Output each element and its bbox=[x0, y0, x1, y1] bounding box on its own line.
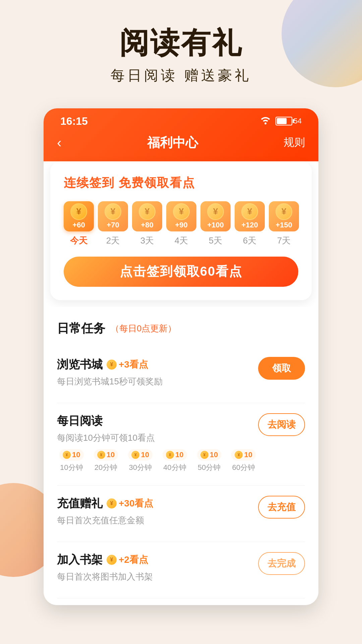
coin-icon-6: ¥ bbox=[241, 203, 258, 220]
tasks-section: 日常任务 （每日0点更新） 浏览书城 ¥ +3看点 每日浏览书城15秒可领奖励 … bbox=[44, 307, 318, 605]
progress-coin-text-0: 10 bbox=[72, 450, 80, 459]
task-desc-2: 每日首次充值任意金额 bbox=[57, 515, 258, 526]
task-row-2: 充值赠礼 ¥ +30看点 每日首次充值任意金额 去充值 bbox=[57, 496, 305, 532]
wifi-icon bbox=[259, 116, 272, 127]
task-name-2: 充值赠礼 bbox=[57, 496, 103, 511]
tasks-list: 浏览书城 ¥ +3看点 每日浏览书城15秒可领奖励 领取 每日阅读 每阅读10分… bbox=[57, 347, 305, 598]
task-name-row-0: 浏览书城 ¥ +3看点 bbox=[57, 357, 258, 372]
progress-time-0: 10分钟 bbox=[60, 463, 83, 473]
progress-coin-icon-0: ¥ bbox=[63, 451, 71, 459]
day-label-5: 5天 bbox=[209, 235, 222, 247]
day-label-3: 3天 bbox=[140, 235, 154, 247]
task-row-3: 加入书架 ¥ +2看点 每日首次将图书加入书架 去完成 bbox=[57, 552, 305, 588]
progress-coin-text-4: 10 bbox=[210, 450, 218, 459]
signin-day-4: ¥ +90 4天 bbox=[166, 201, 196, 247]
reward-coin-icon-2: ¥ bbox=[107, 498, 117, 508]
coin-icon-5: ¥ bbox=[207, 203, 224, 220]
progress-coin-badge-5: ¥ 10 bbox=[231, 449, 255, 461]
progress-coin-icon-3: ¥ bbox=[166, 451, 174, 459]
status-bar: 16:15 54 bbox=[44, 108, 318, 131]
signin-button[interactable]: 点击签到领取60看点 bbox=[64, 257, 298, 287]
status-icons: 54 bbox=[259, 116, 302, 127]
signin-day-2: ¥ +70 2天 bbox=[98, 201, 128, 247]
day-coin-1[interactable]: ¥ +60 bbox=[64, 201, 94, 231]
progress-coin-icon-5: ¥ bbox=[235, 451, 243, 459]
task-action-btn-3[interactable]: 去完成 bbox=[258, 552, 305, 575]
task-info-3: 加入书架 ¥ +2看点 每日首次将图书加入书架 bbox=[57, 552, 258, 588]
task-desc-3: 每日首次将图书加入书架 bbox=[57, 571, 258, 583]
progress-item-0: ¥ 10 10分钟 bbox=[57, 449, 86, 473]
back-button[interactable]: ‹ bbox=[57, 135, 61, 150]
reward-text-3: +2看点 bbox=[119, 553, 148, 566]
task-info-0: 浏览书城 ¥ +3看点 每日浏览书城15秒可领奖励 bbox=[57, 357, 258, 393]
progress-time-3: 40分钟 bbox=[163, 463, 186, 473]
progress-time-5: 60分钟 bbox=[232, 463, 255, 473]
task-action-btn-0[interactable]: 领取 bbox=[258, 357, 305, 380]
reward-coin-icon-3: ¥ bbox=[107, 555, 117, 565]
coin-icon-7: ¥ bbox=[276, 203, 292, 220]
day-coin-3: ¥ +80 bbox=[132, 201, 162, 231]
coin-amount-3: +80 bbox=[141, 221, 153, 229]
reward-text-0: +3看点 bbox=[119, 358, 148, 371]
tasks-update-note: （每日0点更新） bbox=[111, 323, 176, 334]
signin-section-title: 连续签到 免费领取看点 bbox=[64, 175, 298, 191]
nav-bar: ‹ 福利中心 规则 bbox=[44, 131, 318, 155]
day-label-4: 4天 bbox=[175, 235, 188, 247]
battery-box bbox=[276, 117, 292, 125]
task-item-3: 加入书架 ¥ +2看点 每日首次将图书加入书架 去完成 bbox=[57, 542, 305, 598]
signin-day-6: ¥ +120 6天 bbox=[235, 201, 265, 247]
progress-time-2: 30分钟 bbox=[129, 463, 152, 473]
progress-coin-text-2: 10 bbox=[141, 450, 149, 459]
coin-amount-6: +120 bbox=[241, 221, 258, 229]
signin-card: 连续签到 免费领取看点 ¥ +60 今天 ¥ +70 2天 ¥ +80 3天 ¥… bbox=[50, 161, 312, 300]
progress-item-3: ¥ 10 40分钟 bbox=[160, 449, 189, 473]
coin-amount-1: +60 bbox=[72, 221, 85, 229]
reward-coin-icon-0: ¥ bbox=[107, 360, 117, 370]
progress-coin-text-5: 10 bbox=[244, 450, 252, 459]
hero-section: 阅读有礼 每日阅读 赠送豪礼 bbox=[0, 0, 362, 98]
task-name-row-1: 每日阅读 bbox=[57, 413, 258, 429]
coin-amount-4: +90 bbox=[175, 221, 187, 229]
app-screen: 16:15 54 ‹ 福利 bbox=[44, 108, 318, 605]
app-header: 16:15 54 ‹ 福利 bbox=[44, 108, 318, 161]
progress-coin-badge-0: ¥ 10 bbox=[59, 449, 83, 461]
progress-item-1: ¥ 10 20分钟 bbox=[92, 449, 121, 473]
hero-subtitle: 每日阅读 赠送豪礼 bbox=[20, 66, 342, 85]
task-action-btn-2[interactable]: 去充值 bbox=[258, 496, 305, 519]
rules-button[interactable]: 规则 bbox=[284, 135, 305, 150]
signin-days-row: ¥ +60 今天 ¥ +70 2天 ¥ +80 3天 ¥ +90 4天 ¥ +1… bbox=[64, 201, 298, 247]
progress-time-1: 20分钟 bbox=[95, 463, 117, 473]
task-name-row-3: 加入书架 ¥ +2看点 bbox=[57, 552, 258, 568]
status-time: 16:15 bbox=[60, 115, 88, 127]
progress-item-2: ¥ 10 30分钟 bbox=[126, 449, 155, 473]
progress-coin-badge-4: ¥ 10 bbox=[197, 449, 221, 461]
nav-title: 福利中心 bbox=[147, 134, 198, 151]
task-row-1: 每日阅读 每阅读10分钟可领10看点 ¥ 10 10分钟 ¥ 10 20分钟 bbox=[57, 413, 305, 475]
task-item-1: 每日阅读 每阅读10分钟可领10看点 ¥ 10 10分钟 ¥ 10 20分钟 bbox=[57, 403, 305, 486]
day-coin-5: ¥ +100 bbox=[200, 201, 231, 231]
day-coin-2: ¥ +70 bbox=[98, 201, 128, 231]
task-name-row-2: 充值赠礼 ¥ +30看点 bbox=[57, 496, 258, 511]
day-coin-7: ¥ +150 bbox=[269, 201, 299, 231]
task-info-1: 每日阅读 每阅读10分钟可领10看点 ¥ 10 10分钟 ¥ 10 20分钟 bbox=[57, 413, 258, 475]
task-desc-1: 每阅读10分钟可领10看点 bbox=[57, 432, 258, 444]
tasks-title: 日常任务 bbox=[57, 320, 105, 337]
day-coin-6: ¥ +120 bbox=[235, 201, 265, 231]
task-action-btn-1[interactable]: 去阅读 bbox=[258, 413, 305, 436]
day-coin-4: ¥ +90 bbox=[166, 201, 196, 231]
task-item-2: 充值赠礼 ¥ +30看点 每日首次充值任意金额 去充值 bbox=[57, 486, 305, 542]
progress-item-5: ¥ 10 60分钟 bbox=[229, 449, 258, 473]
signin-day-3: ¥ +80 3天 bbox=[132, 201, 162, 247]
battery-fill bbox=[277, 118, 287, 124]
task-reward-3: ¥ +2看点 bbox=[107, 553, 148, 566]
progress-time-4: 50分钟 bbox=[198, 463, 221, 473]
coin-icon-1: ¥ bbox=[70, 203, 87, 220]
day-label-1: 今天 bbox=[70, 235, 87, 247]
day-label-7: 7天 bbox=[277, 235, 291, 247]
coin-icon-4: ¥ bbox=[173, 203, 190, 220]
progress-item-4: ¥ 10 50分钟 bbox=[195, 449, 224, 473]
task-reward-0: ¥ +3看点 bbox=[107, 358, 148, 371]
coin-amount-5: +100 bbox=[207, 221, 224, 229]
task-name-3: 加入书架 bbox=[57, 552, 103, 568]
progress-coin-icon-4: ¥ bbox=[200, 451, 208, 459]
